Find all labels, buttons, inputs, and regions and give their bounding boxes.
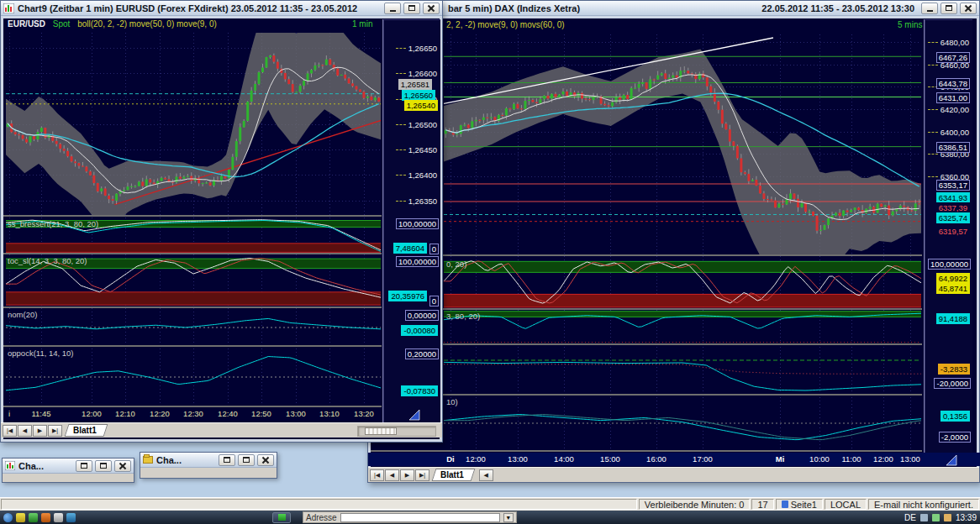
close-button[interactable] (423, 3, 440, 14)
study-label: 2, 2, -2) move(9, 0) movs(60, 0) (446, 20, 565, 29)
price-marker: 6319,57 (936, 226, 970, 237)
system-tray: DE 13:39 (904, 513, 977, 522)
eurusd-titlebar[interactable]: Chart9 (Zeitbar 1 min) EURUSD (Forex FXd… (1, 1, 442, 16)
start-orb-icon[interactable] (3, 513, 13, 522)
time-axis-label: 12:10 (115, 409, 135, 418)
time-axis-label: 14:00 (554, 454, 574, 464)
taskbar-chart-app-button[interactable] (272, 512, 291, 523)
price-marker: 1,26540 (404, 100, 438, 111)
price-marker: 6443,78 (936, 78, 970, 89)
minimized-chart-window[interactable]: Cha... (140, 452, 277, 479)
minimize-button[interactable] (384, 3, 401, 14)
scale-tick: 1,26350 (408, 196, 437, 206)
time-axis-label: 10:00 (809, 454, 830, 464)
price-scale: 1,266501,266001,265501,265001,264501,264… (382, 19, 440, 422)
time-axis-label: 15:00 (600, 454, 620, 464)
price-marker: 6386,51 (936, 142, 970, 153)
minimize-icon (927, 10, 933, 12)
status-page: Seite1 (776, 499, 823, 510)
maximize-icon (224, 457, 230, 463)
window-title: Chart9 (Zeitbar 1 min) EURUSD (Forex FXd… (18, 3, 381, 13)
sheet-tab-bar: |◀ ◀ ▶ ▶| Blatt1 ◀ (368, 467, 979, 482)
scale-tick: 1,26650 (408, 44, 437, 53)
indicator-value: 45,8741 (936, 283, 970, 294)
chart-window-icon (3, 3, 14, 13)
scrollbar-thumb[interactable] (365, 427, 397, 435)
next-sheet-button[interactable]: ▶ (33, 425, 47, 437)
taskbar-app-icon[interactable] (66, 513, 76, 522)
chart-app-icon (278, 514, 286, 521)
window-dax-chart[interactable]: bar 5 min) DAX (Indizes Xetra) 22.05.201… (367, 0, 980, 483)
last-sheet-button[interactable]: ▶| (415, 469, 429, 481)
tray-icon[interactable] (944, 514, 951, 521)
page-arrow-icon[interactable] (945, 454, 958, 466)
indicator-value: -0,00080 (401, 325, 438, 336)
sheet-tab-blatt1[interactable]: Blatt1 (432, 469, 476, 481)
price-marker: 6467,26 (936, 52, 970, 63)
address-toolbar: Adresse ▾ (303, 511, 517, 523)
price-scale: 6480,006460,006440,006420,006400,006380,… (924, 19, 972, 453)
maximize-button[interactable] (940, 3, 957, 14)
maximize-button[interactable] (403, 3, 420, 14)
close-button[interactable] (257, 454, 274, 466)
prev-sheet-button[interactable]: ◀ (385, 469, 399, 481)
scale-tick: 1,26600 (408, 69, 437, 78)
indicator-pane-label: oppock(11, 14, 10) (8, 348, 74, 358)
taskbar-clock[interactable]: 13:39 (956, 513, 977, 522)
taskbar: Adresse ▾ DE 13:39 (0, 511, 980, 524)
next-sheet-button[interactable]: ▶ (400, 469, 414, 481)
first-sheet-button[interactable]: |◀ (370, 469, 384, 481)
sheet-tab-blatt1[interactable]: Blatt1 (65, 424, 108, 437)
folder-icon (143, 456, 153, 464)
time-axis-label: 12:00 (82, 409, 102, 418)
tray-icon[interactable] (932, 514, 940, 521)
price-marker: 6325,74 (936, 212, 970, 223)
minimized-chart-window[interactable]: Cha... (2, 458, 134, 483)
minimize-button[interactable] (921, 3, 938, 14)
window-title-daterange: 22.05.2012 11:35 - 23.05.2012 13:30 (761, 3, 914, 13)
indicator-value: 0 (429, 296, 439, 307)
time-axis-label: 11:45 (31, 409, 50, 418)
close-icon (119, 463, 126, 469)
mini-titlebar[interactable]: Cha... (140, 453, 277, 468)
maximize-button[interactable] (219, 454, 235, 466)
tray-icon[interactable] (920, 514, 928, 521)
close-icon (965, 5, 972, 12)
page-icon (782, 500, 788, 508)
market-label: Spot (53, 19, 71, 29)
indicator-pane-label: 3, 80, 20) (446, 312, 480, 321)
symbol-label: EUR/USD (8, 19, 45, 29)
dax-titlebar[interactable]: bar 5 min) DAX (Indizes Xetra) 22.05.201… (368, 1, 979, 16)
price-marker: 6353,17 (936, 180, 970, 191)
address-input[interactable] (340, 513, 500, 522)
language-indicator[interactable]: DE (904, 513, 916, 522)
taskbar-app-icon[interactable] (41, 513, 50, 522)
restore-icon (243, 457, 250, 463)
time-axis-label: Di (446, 454, 455, 464)
prev-sheet-button[interactable]: ◀ (18, 425, 32, 437)
maximize-button[interactable] (76, 460, 92, 472)
close-button[interactable] (960, 3, 977, 14)
last-sheet-button[interactable]: ▶| (48, 425, 62, 437)
window-eurusd-chart[interactable]: Chart9 (Zeitbar 1 min) EURUSD (Forex FXd… (0, 0, 443, 443)
time-axis-label: 12:20 (150, 409, 170, 418)
first-sheet-button[interactable]: |◀ (3, 425, 17, 437)
scale-tick: 1,26500 (408, 120, 437, 129)
indicator-pane-label: toc_sl(14, 3, 3, 80, 20) (8, 256, 87, 265)
horizontal-scrollbar[interactable] (357, 426, 436, 437)
restore-button[interactable] (95, 460, 112, 472)
sheet-tab-label: Blatt1 (73, 426, 97, 435)
indicator-pane-label: 10) (446, 397, 458, 406)
page-arrow-icon[interactable] (408, 409, 421, 421)
taskbar-app-icon[interactable] (54, 513, 63, 522)
taskbar-app-icon[interactable] (29, 513, 38, 522)
address-dropdown-button[interactable]: ▾ (503, 513, 514, 522)
close-button[interactable] (114, 460, 131, 472)
taskbar-app-icon[interactable] (16, 513, 25, 522)
time-axis-label: Mi (776, 454, 785, 464)
restore-button[interactable] (238, 454, 255, 466)
study-label: boll(20, 2, -2) move(50, 0) move(9, 0) (77, 19, 217, 29)
dax-chart-canvas[interactable] (368, 1, 980, 484)
mini-titlebar[interactable]: Cha... (3, 458, 134, 474)
scroll-left-button[interactable]: ◀ (479, 469, 493, 481)
